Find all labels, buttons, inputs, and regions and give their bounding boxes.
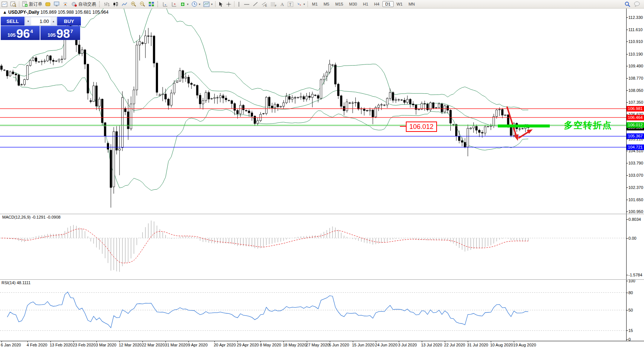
new-chart-icon[interactable]	[0, 0, 9, 8]
date-label: 4 Feb 2020	[27, 343, 47, 347]
signals-icon[interactable]	[61, 0, 70, 8]
turning-point-annotation[interactable]: 多空转折点	[564, 119, 612, 131]
date-label: 8 May 2020	[260, 343, 281, 347]
buy-price-pip: 7	[70, 29, 73, 34]
volume-up-button[interactable]: ▴	[50, 17, 56, 25]
cursor-icon[interactable]	[217, 0, 224, 8]
level-price-tag: 106.012	[627, 122, 644, 128]
rsi-tick: 80	[628, 290, 633, 295]
chat-icon[interactable]	[632, 0, 642, 8]
vertical-line-tool-icon[interactable]	[236, 0, 242, 8]
trendline-tool-icon[interactable]	[251, 0, 260, 8]
horizontal-line-tool-icon[interactable]	[242, 0, 251, 8]
chevron-down-icon: ▾	[187, 3, 188, 6]
text-tool-icon[interactable]: A	[278, 0, 286, 8]
price-tick: 111.610	[628, 27, 643, 32]
volume-input[interactable]: 1.00	[31, 17, 50, 25]
auto-trading-button[interactable]: 自动交易	[70, 0, 98, 8]
price-tick: 108.050	[628, 88, 643, 93]
buy-price-big: 98	[56, 28, 70, 39]
fibonacci-tool-icon[interactable]: F	[269, 0, 278, 8]
sell-button[interactable]: SELL	[1, 17, 24, 26]
line-chart-mode-icon[interactable]	[120, 0, 129, 8]
axis-tick-mark	[626, 238, 628, 239]
time-axis-border	[0, 341, 644, 341]
axis-tick-mark	[626, 187, 628, 188]
bollinger-bands	[13, 8, 528, 190]
tab-mn[interactable]: MN	[405, 1, 418, 7]
terminal-icon[interactable]	[52, 0, 61, 8]
auto-scroll-icon[interactable]	[161, 0, 170, 8]
svg-text:E: E	[265, 4, 267, 7]
sell-price[interactable]: 105 96 4	[1, 26, 40, 40]
date-label: 19 Aug 2020	[513, 343, 536, 347]
pane-separator[interactable]	[0, 214, 644, 214]
ohlc-values: 105.869 105.988 105.681 105.964	[40, 10, 109, 15]
chart-profiles-icon[interactable]	[9, 0, 18, 8]
template-button[interactable]: ▾	[202, 0, 214, 8]
svg-text:F: F	[275, 4, 276, 7]
level-price-tag: 105.367	[627, 133, 644, 139]
date-label: 29 Apr 2020	[237, 343, 259, 347]
chevron-down-icon: ▾	[303, 3, 305, 6]
tile-windows-icon[interactable]	[147, 0, 156, 8]
pane-separator[interactable]	[0, 279, 644, 280]
tab-m15[interactable]: M15	[332, 1, 346, 7]
axis-tick-mark	[626, 66, 628, 66]
highlight-level-bar[interactable]	[498, 124, 550, 127]
channel-tool-icon[interactable]: E	[260, 0, 269, 8]
price-callout-box[interactable]: 106.012	[406, 122, 437, 132]
tab-m5[interactable]: M5	[321, 1, 332, 7]
date-label: 20 Apr 2020	[214, 343, 236, 347]
axis-tick-mark	[626, 30, 628, 30]
level-price-tag: 106.464	[627, 115, 644, 120]
date-label: 15 Jun 2020	[352, 343, 375, 347]
new-order-label: 新订单	[29, 1, 42, 7]
tab-w1[interactable]: W1	[394, 1, 406, 7]
macd-tick: -1.5784	[628, 273, 642, 277]
periods-button[interactable]: ▾	[190, 0, 202, 8]
date-label: 22 Jul 2020	[444, 343, 465, 347]
axis-tick-mark	[626, 163, 628, 163]
volume-down-button[interactable]: ▾	[25, 17, 31, 25]
price-pane[interactable]	[0, 8, 626, 214]
arrows-tool-button[interactable]: ▾	[295, 0, 306, 8]
axis-tick-mark	[626, 54, 628, 54]
add-indicator-button[interactable]: ▾	[178, 0, 190, 8]
crosshair-icon[interactable]	[224, 0, 233, 8]
axis-tick-mark	[626, 90, 628, 91]
tab-h1[interactable]: H1	[360, 1, 371, 7]
label-tool-icon[interactable]: T	[286, 0, 295, 8]
mt4-window: 新订单 自动交易	[0, 0, 644, 349]
horizontal-lines[interactable]	[0, 109, 626, 147]
zoom-in-icon[interactable]	[129, 0, 138, 8]
rsi-pane[interactable]	[0, 280, 626, 341]
yellow-cube-icon[interactable]	[44, 0, 52, 8]
buy-price-handle: 105	[47, 32, 56, 38]
tab-m1[interactable]: M1	[309, 1, 321, 7]
rsi-tick: 50	[628, 308, 633, 312]
level-price-tag: 106.981	[627, 106, 644, 112]
zoom-out-icon[interactable]	[138, 0, 147, 8]
axis-tick-mark	[626, 200, 628, 200]
sell-price-handle: 105	[7, 32, 16, 38]
buy-price[interactable]: 105 98 7	[40, 26, 80, 40]
bar-chart-mode-icon[interactable]	[102, 0, 111, 8]
date-label: 3 Jul 2020	[398, 343, 417, 347]
macd-pane[interactable]	[0, 214, 626, 280]
buy-button[interactable]: BUY	[57, 17, 81, 26]
date-label: 13 Jul 2020	[421, 343, 442, 347]
macd-label: MACD(12,26,9) -0.1291 -0.0908	[2, 215, 60, 219]
candlestick-mode-icon[interactable]	[111, 0, 120, 8]
sell-price-pip: 4	[30, 29, 33, 34]
search-icon[interactable]	[623, 0, 632, 8]
date-label: 27 May 2020	[306, 343, 330, 347]
new-order-button[interactable]: 新订单	[20, 0, 44, 8]
tab-m30[interactable]: M30	[346, 1, 360, 7]
axis-tick-mark	[626, 78, 628, 79]
axis-tick-mark	[626, 275, 628, 275]
macd-histogram	[1, 220, 529, 272]
tab-h4[interactable]: H4	[371, 1, 382, 7]
tab-d1[interactable]: D1	[382, 1, 394, 7]
chart-shift-icon[interactable]	[170, 0, 178, 8]
